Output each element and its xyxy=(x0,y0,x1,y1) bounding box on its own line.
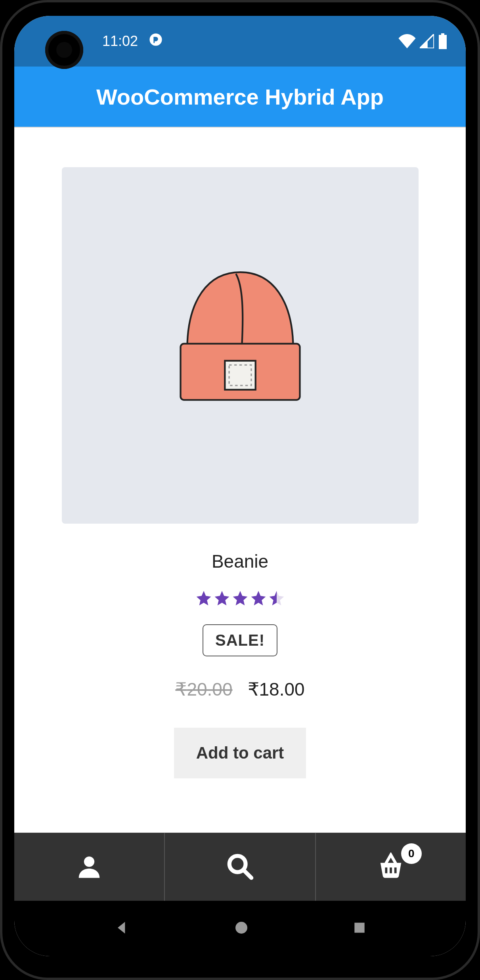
app-title: WooCommerce Hybrid App xyxy=(96,84,384,110)
cart-badge: 0 xyxy=(401,843,422,864)
rating-stars xyxy=(195,589,285,607)
nav-search[interactable] xyxy=(164,833,315,901)
svg-line-8 xyxy=(243,869,251,877)
svg-point-12 xyxy=(235,922,247,934)
android-back-button[interactable] xyxy=(113,919,131,938)
basket-icon xyxy=(377,852,405,882)
svg-rect-13 xyxy=(354,923,364,932)
status-right xyxy=(398,33,447,49)
camera-cutout xyxy=(45,31,83,69)
phone-frame: 11:02 WooCommerce Hybrid App xyxy=(0,0,480,980)
sale-badge: SALE! xyxy=(203,624,277,656)
android-home-button[interactable] xyxy=(233,920,249,937)
bottom-nav: 0 xyxy=(14,833,466,901)
screen: 11:02 WooCommerce Hybrid App xyxy=(14,16,466,956)
content-area[interactable]: Beanie SALE! ₹20.00 ₹18.00 Add to cart xyxy=(14,128,466,833)
svg-rect-1 xyxy=(441,33,444,35)
product-title: Beanie xyxy=(212,551,268,572)
status-time: 11:02 xyxy=(102,33,138,50)
add-to-cart-button[interactable]: Add to cart xyxy=(174,728,306,778)
star-icon xyxy=(195,589,212,607)
battery-icon xyxy=(438,33,447,49)
price-row: ₹20.00 ₹18.00 xyxy=(175,679,304,700)
star-half-icon xyxy=(268,589,285,607)
star-icon xyxy=(250,589,267,607)
notification-icon xyxy=(149,33,163,50)
wifi-icon xyxy=(398,34,416,48)
status-left: 11:02 xyxy=(102,33,163,50)
status-bar: 11:02 xyxy=(14,16,466,67)
user-icon xyxy=(75,852,103,882)
product-image[interactable] xyxy=(62,167,419,524)
beanie-illustration xyxy=(155,260,325,431)
android-recents-button[interactable] xyxy=(352,920,367,937)
star-icon xyxy=(231,589,249,607)
price-original: ₹20.00 xyxy=(175,679,232,700)
app-header: WooCommerce Hybrid App xyxy=(14,67,466,128)
svg-rect-2 xyxy=(439,35,447,49)
android-nav-bar xyxy=(14,901,466,956)
svg-point-6 xyxy=(84,856,94,867)
signal-icon xyxy=(420,34,434,48)
price-sale: ₹18.00 xyxy=(248,679,305,700)
nav-account[interactable] xyxy=(14,833,164,901)
search-icon xyxy=(226,852,254,882)
star-icon xyxy=(213,589,231,607)
nav-cart[interactable]: 0 xyxy=(315,833,466,901)
